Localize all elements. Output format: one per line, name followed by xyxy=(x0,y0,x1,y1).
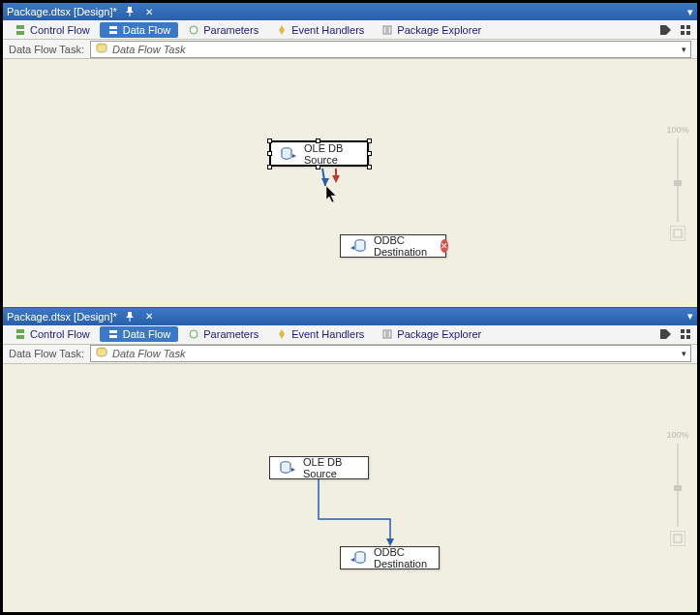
pin-icon[interactable] xyxy=(123,310,137,323)
svg-rect-4 xyxy=(681,25,685,29)
grid-icon[interactable] xyxy=(678,22,693,38)
resize-handle[interactable] xyxy=(367,165,372,169)
tab-event-handlers[interactable]: Event Handlers xyxy=(268,22,372,38)
svg-rect-23 xyxy=(686,335,690,339)
node-label: ODBC Destination xyxy=(374,546,429,569)
tab-control-flow[interactable]: Control Flow xyxy=(7,326,98,342)
svg-marker-13 xyxy=(332,175,340,183)
package-explorer-icon xyxy=(381,24,393,36)
svg-rect-28 xyxy=(674,535,682,542)
package-explorer-icon xyxy=(381,328,393,340)
data-flow-icon xyxy=(107,24,119,36)
task-selector-bar: Data Flow Task: Data Flow Task ▾ xyxy=(3,345,697,364)
tags-icon[interactable] xyxy=(658,22,674,38)
database-source-icon xyxy=(280,460,295,476)
svg-point-18 xyxy=(190,330,198,338)
task-label: Data Flow Task: xyxy=(9,44,84,55)
svg-rect-15 xyxy=(674,230,682,237)
tab-data-flow[interactable]: Data Flow xyxy=(100,22,179,38)
tab-label: Package Explorer xyxy=(397,328,481,340)
close-icon[interactable]: ✕ xyxy=(142,5,156,18)
node-oledb-source[interactable]: OLE DB Source xyxy=(269,456,369,479)
zoom-percent: 100% xyxy=(666,125,688,135)
svg-rect-6 xyxy=(681,31,685,35)
tab-label: Package Explorer xyxy=(397,24,481,36)
data-flow-icon xyxy=(107,328,119,340)
tab-package-explorer[interactable]: Package Explorer xyxy=(374,326,489,342)
database-source-icon xyxy=(281,146,296,162)
task-icon xyxy=(95,42,108,57)
zoom-fit-button[interactable] xyxy=(670,531,685,546)
pin-icon[interactable] xyxy=(123,5,137,18)
tab-label: Data Flow xyxy=(123,24,171,36)
svg-rect-5 xyxy=(686,25,690,29)
svg-rect-1 xyxy=(16,31,24,35)
zoom-fit-button[interactable] xyxy=(670,226,685,241)
task-icon xyxy=(95,346,108,361)
svg-marker-26 xyxy=(386,538,394,546)
zoom-slider[interactable]: 100% xyxy=(668,430,687,546)
svg-point-2 xyxy=(190,26,198,34)
task-select[interactable]: Data Flow Task ▾ xyxy=(90,345,691,362)
svg-rect-17 xyxy=(16,335,24,339)
event-handlers-icon xyxy=(276,328,288,340)
tab-label: Control Flow xyxy=(30,328,90,340)
design-canvas[interactable]: OLE DB Source ODBC Destination 100% xyxy=(3,364,697,613)
task-select-value: Data Flow Task xyxy=(112,348,678,359)
svg-rect-20 xyxy=(681,329,685,333)
window-title: Package.dtsx [Design]* xyxy=(7,6,117,17)
task-select[interactable]: Data Flow Task ▾ xyxy=(90,41,691,58)
tab-event-handlers[interactable]: Event Handlers xyxy=(268,326,372,342)
zoom-track[interactable] xyxy=(677,138,679,222)
zoom-thumb[interactable] xyxy=(674,485,682,491)
tab-parameters[interactable]: Parameters xyxy=(180,22,266,38)
tab-control-flow[interactable]: Control Flow xyxy=(7,22,98,38)
cursor-icon xyxy=(326,186,340,205)
title-bar: Package.dtsx [Design]* ✕ ▾ xyxy=(3,3,697,20)
window-menu-icon[interactable]: ▾ xyxy=(687,310,693,323)
node-label: ODBC Destination xyxy=(374,234,427,258)
tab-label: Event Handlers xyxy=(291,24,364,36)
designer-tabs: Control Flow Data Flow Parameters Event … xyxy=(3,325,697,345)
chevron-down-icon: ▾ xyxy=(682,349,686,358)
resize-handle[interactable] xyxy=(267,138,272,143)
resize-handle[interactable] xyxy=(267,165,272,169)
tab-package-explorer[interactable]: Package Explorer xyxy=(374,22,489,38)
top-pane: Package.dtsx [Design]* ✕ ▾ Control Flow … xyxy=(3,3,697,308)
tab-label: Parameters xyxy=(203,328,259,340)
zoom-track[interactable] xyxy=(677,444,679,527)
resize-handle[interactable] xyxy=(316,165,320,169)
title-bar: Package.dtsx [Design]* ✕ ▾ xyxy=(3,308,697,325)
error-badge-icon: ✕ xyxy=(441,239,448,253)
svg-rect-7 xyxy=(686,31,690,35)
resize-handle[interactable] xyxy=(367,138,372,143)
svg-line-10 xyxy=(322,169,325,186)
control-flow-icon xyxy=(15,24,26,36)
event-handlers-icon xyxy=(276,24,288,36)
zoom-slider[interactable]: 100% xyxy=(668,125,687,241)
window-menu-icon[interactable]: ▾ xyxy=(687,6,693,18)
node-label: OLE DB Source xyxy=(303,456,358,479)
grid-icon[interactable] xyxy=(678,326,693,342)
resize-handle[interactable] xyxy=(367,151,372,156)
task-label: Data Flow Task: xyxy=(9,348,84,359)
chevron-down-icon: ▾ xyxy=(682,45,686,54)
design-canvas[interactable]: OLE DB Source xyxy=(3,59,697,307)
node-oledb-source[interactable]: OLE DB Source xyxy=(269,140,369,167)
node-odbc-destination[interactable]: ODBC Destination xyxy=(340,546,440,569)
svg-rect-21 xyxy=(686,329,690,333)
tab-data-flow[interactable]: Data Flow xyxy=(100,326,179,342)
resize-handle[interactable] xyxy=(267,151,272,156)
database-destination-icon xyxy=(350,238,366,254)
database-destination-icon xyxy=(350,550,366,566)
node-odbc-destination[interactable]: ODBC Destination ✕ xyxy=(340,234,446,258)
node-label: OLE DB Source xyxy=(304,142,357,166)
designer-tabs: Control Flow Data Flow Parameters Event … xyxy=(3,20,697,40)
resize-handle[interactable] xyxy=(316,138,320,143)
tags-icon[interactable] xyxy=(658,326,674,342)
close-icon[interactable]: ✕ xyxy=(142,310,156,323)
tab-label: Data Flow xyxy=(123,328,171,340)
zoom-thumb[interactable] xyxy=(674,180,682,186)
zoom-percent: 100% xyxy=(666,430,688,440)
tab-parameters[interactable]: Parameters xyxy=(180,326,266,342)
